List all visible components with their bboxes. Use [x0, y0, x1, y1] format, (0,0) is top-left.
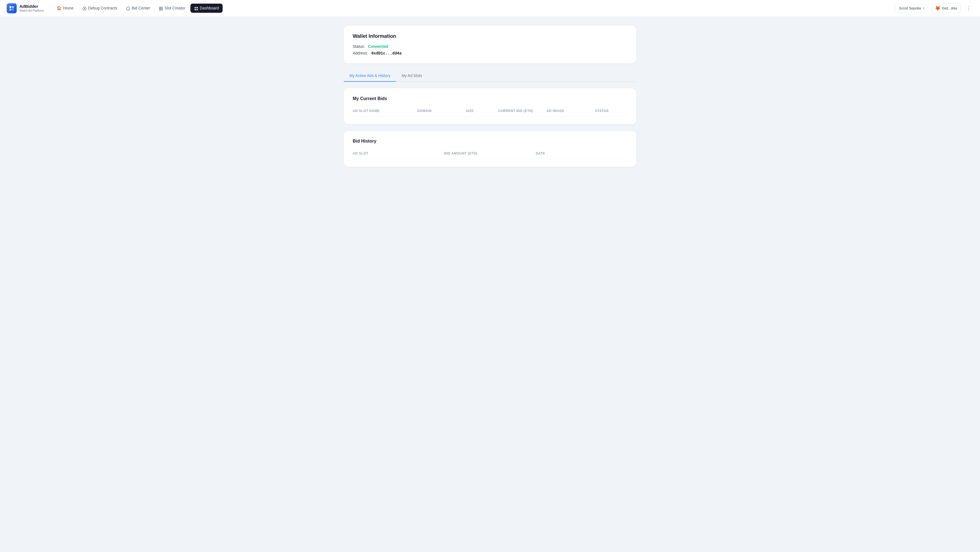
wallet-details: Status: Connected Address: 0xdD1c...dd4a — [353, 44, 627, 56]
svg-rect-8 — [159, 7, 161, 8]
col-date: Date — [536, 151, 627, 155]
nav-item-home[interactable]: 🏠 Home — [53, 3, 77, 13]
svg-rect-9 — [161, 7, 162, 8]
col-ad-image: Ad Image — [546, 109, 595, 113]
bid-history-card: Bid History Ad Slot Bid Amount (ETH) Dat… — [344, 131, 636, 167]
col-domain: Domain — [417, 109, 466, 113]
col-bid-amount: Bid Amount (ETH) — [444, 151, 536, 155]
chevron-down-icon: ▾ — [923, 6, 924, 10]
tab-active-ads[interactable]: My Active Ads & History — [344, 70, 396, 82]
nav-item-slot-creator[interactable]: Slot Creator — [155, 3, 189, 13]
bid-history-table-header: Ad Slot Bid Amount (ETH) Date — [353, 148, 627, 159]
svg-rect-11 — [161, 9, 162, 10]
brand: AdBidder Web3 Ad Platform — [7, 3, 44, 13]
navbar-right: Scroll Sepolia ▾ 🦊 0xd...d4a ⋮ — [895, 3, 973, 13]
svg-rect-13 — [197, 7, 198, 8]
wallet-status-line: Status: Connected — [353, 44, 627, 49]
main-content: Wallet Information Status: Connected Add… — [337, 17, 643, 182]
svg-rect-0 — [10, 6, 11, 8]
slot-creator-icon — [159, 6, 163, 10]
network-label: Scroll Sepolia — [899, 6, 921, 10]
svg-point-5 — [84, 8, 85, 9]
wallet-info-card: Wallet Information Status: Connected Add… — [344, 25, 636, 64]
navbar-left: AdBidder Web3 Ad Platform 🏠 Home Debug C… — [7, 3, 223, 13]
address-label: Address: — [353, 51, 368, 55]
svg-rect-10 — [159, 9, 161, 10]
more-options-button[interactable]: ⋮ — [964, 3, 973, 13]
tab-active-ads-label: My Active Ads & History — [349, 73, 390, 78]
wallet-button[interactable]: 🦊 0xd...d4a — [931, 3, 961, 13]
bid-history-title: Bid History — [353, 139, 627, 144]
nav-label-debug: Debug Contracts — [88, 6, 117, 10]
home-icon: 🏠 — [57, 6, 61, 10]
tab-ad-slots-label: My Ad Slots — [402, 73, 422, 78]
brand-subtitle: Web3 Ad Platform — [19, 9, 44, 13]
svg-rect-15 — [197, 9, 198, 10]
svg-rect-1 — [12, 6, 14, 8]
wallet-info-title: Wallet Information — [353, 33, 627, 39]
status-label: Status: — [353, 44, 365, 49]
current-bids-card: My Current Bids Ad Slot Name Domain Size… — [344, 88, 636, 124]
nav-label-home: Home — [63, 6, 73, 10]
brand-name: AdBidder — [19, 4, 44, 9]
dashboard-icon — [194, 6, 198, 10]
svg-rect-2 — [10, 9, 11, 11]
svg-text:i: i — [128, 8, 129, 10]
brand-logo-icon — [7, 3, 17, 13]
nav-item-debug-contracts[interactable]: Debug Contracts — [79, 3, 121, 13]
svg-rect-14 — [194, 9, 196, 10]
current-bids-table-header: Ad Slot Name Domain Size Current Bid (ET… — [353, 106, 627, 116]
wallet-address-line: Address: 0xdD1c...dd4a — [353, 51, 627, 56]
nav-item-bid-center[interactable]: i Bid Center — [122, 3, 154, 13]
current-bids-title: My Current Bids — [353, 96, 627, 101]
nav-item-dashboard[interactable]: Dashboard — [190, 3, 223, 13]
network-selector[interactable]: Scroll Sepolia ▾ — [895, 4, 928, 13]
nav-label-slot-creator: Slot Creator — [164, 6, 185, 10]
bid-center-icon: i — [126, 6, 130, 10]
col-ad-slot: Ad Slot — [353, 151, 444, 155]
navbar: AdBidder Web3 Ad Platform 🏠 Home Debug C… — [0, 0, 980, 17]
metamask-fox-icon: 🦊 — [935, 6, 940, 11]
status-value: Connected — [368, 44, 388, 49]
nav-label-dashboard: Dashboard — [200, 6, 219, 10]
nav-links: 🏠 Home Debug Contracts i — [53, 3, 223, 13]
debug-icon — [83, 6, 86, 10]
nav-label-bid-center: Bid Center — [132, 6, 150, 10]
wallet-address-short: 0xd...d4a — [942, 6, 957, 10]
col-status: Status — [595, 109, 627, 113]
brand-text: AdBidder Web3 Ad Platform — [19, 4, 44, 13]
svg-rect-3 — [12, 9, 14, 11]
tabs-container: My Active Ads & History My Ad Slots — [344, 70, 636, 82]
col-ad-slot-name: Ad Slot Name — [353, 109, 417, 113]
svg-rect-12 — [194, 7, 196, 8]
col-size: Size — [466, 109, 498, 113]
tab-ad-slots[interactable]: My Ad Slots — [396, 70, 428, 82]
wallet-address: 0xdD1c...dd4a — [371, 51, 402, 56]
col-current-bid: Current Bid (ETH) — [498, 109, 546, 113]
